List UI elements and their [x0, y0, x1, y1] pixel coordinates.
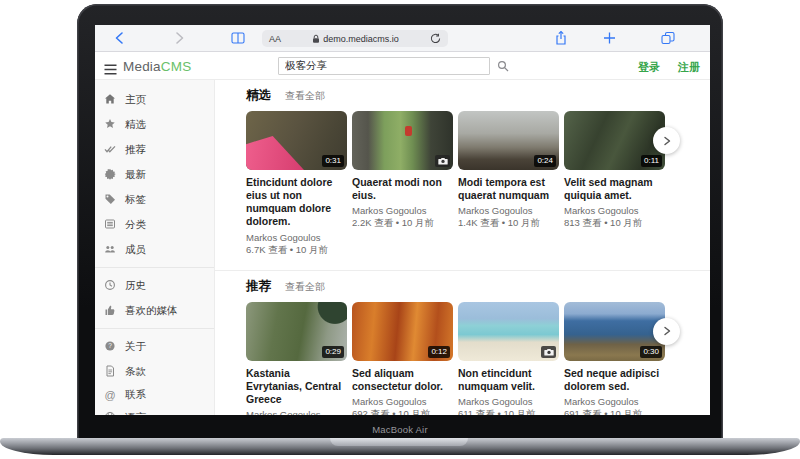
video-title[interactable]: Quaerat modi non eius. — [352, 176, 453, 202]
video-title[interactable]: Kastania Evrytanias, Central Greece — [246, 367, 347, 406]
device-label: MacBook Air — [77, 424, 723, 435]
reader-button[interactable]: AA — [269, 34, 281, 44]
video-author[interactable]: Markos Gogoulos — [246, 232, 347, 243]
video-meta: 611 查看 • 10 月前 — [458, 408, 559, 415]
media-card: 0:24 Modi tempora est quaerat numquam Ma… — [458, 111, 559, 257]
view-all-link[interactable]: 查看全部 — [285, 89, 325, 103]
video-author[interactable]: Markos Gogoulos — [352, 396, 453, 407]
video-title[interactable]: Modi tempora est quaerat numquam — [458, 176, 559, 202]
macbook-lid: AA demo.mediacms.io — [77, 4, 723, 440]
menu-icon[interactable] — [104, 61, 117, 79]
sidebar-item-language[interactable]: 语言 — [95, 405, 214, 415]
help-icon: ? — [104, 338, 116, 356]
video-author[interactable]: Markos Gogoulos — [458, 205, 559, 216]
new-tab-icon[interactable] — [603, 32, 616, 45]
logo[interactable]: MediaCMS — [123, 59, 191, 74]
view-all-link[interactable]: 查看全部 — [285, 280, 325, 294]
svg-text:?: ? — [108, 342, 112, 349]
sidebar-item-history[interactable]: 历史 — [95, 273, 214, 298]
document-icon — [104, 363, 116, 381]
video-meta: 813 查看 • 10 月前 — [564, 217, 665, 230]
at-icon: @ — [104, 389, 116, 401]
logo-cms: CMS — [161, 59, 192, 74]
macbook-base-notch — [330, 438, 468, 446]
duration-badge: 0:24 — [534, 155, 556, 167]
media-card: 0:11 Velit sed magnam quiquia amet. Mark… — [564, 111, 665, 257]
video-author[interactable]: Markos Gogoulos — [246, 409, 347, 415]
register-link[interactable]: 注册 — [678, 60, 700, 75]
media-card: Quaerat modi non eius. Markos Gogoulos 2… — [352, 111, 453, 257]
video-thumbnail[interactable]: 0:11 — [564, 111, 665, 170]
video-author[interactable]: Markos Gogoulos — [458, 396, 559, 407]
search-input[interactable] — [278, 57, 490, 75]
section-title: 精选 — [246, 87, 271, 104]
thumb-up-icon — [104, 302, 116, 320]
video-title[interactable]: Sed aliquam consectetur dolor. — [352, 367, 453, 393]
sidebar-item-members[interactable]: 成员 — [95, 237, 214, 262]
members-icon — [104, 241, 116, 259]
tag-icon — [104, 191, 116, 209]
next-arrow-button[interactable] — [653, 318, 680, 345]
sidebar-item-contact[interactable]: @ 联系 — [95, 384, 214, 405]
sidebar-item-about[interactable]: ? 关于 — [95, 334, 214, 359]
tabs-overview-icon[interactable] — [661, 32, 675, 45]
sidebar-item-latest[interactable]: 最新 — [95, 162, 214, 187]
lock-icon — [312, 30, 320, 48]
reload-icon[interactable] — [430, 30, 441, 48]
sidebar-item-liked-media[interactable]: 喜欢的媒体 — [95, 298, 214, 323]
media-card: 0:30 Sed neque adipisci dolorem sed. Mar… — [564, 302, 665, 416]
sidebar-item-recommended[interactable]: 推荐 — [95, 137, 214, 162]
search-icon[interactable] — [490, 57, 516, 75]
duration-badge: 0:30 — [640, 346, 662, 358]
site-header: MediaCMS 登录 注册 — [95, 52, 710, 80]
next-arrow-button[interactable] — [653, 127, 680, 154]
auth-links: 登录 注册 — [638, 60, 700, 75]
search-bar — [278, 57, 516, 75]
section-recommended: 推荐 查看全部 0:29 Kastania Evrytanias, Centra… — [215, 270, 710, 416]
video-thumbnail[interactable]: 0:29 — [246, 302, 347, 361]
sidebar: 主页 精选 推荐 最新 — [95, 80, 215, 415]
video-author[interactable]: Markos Gogoulos — [564, 396, 665, 407]
video-thumbnail[interactable]: 0:12 — [352, 302, 453, 361]
sidebar-item-home[interactable]: 主页 — [95, 87, 214, 112]
sidebar-item-categories[interactable]: 分类 — [95, 212, 214, 237]
video-title[interactable]: Velit sed magnam quiquia amet. — [564, 176, 665, 202]
video-author[interactable]: Markos Gogoulos — [564, 205, 665, 216]
page-body: 主页 精选 推荐 最新 — [95, 80, 710, 415]
video-meta: 691 查看 • 10 月前 — [564, 408, 665, 415]
sidebar-book-icon[interactable] — [231, 32, 245, 44]
home-icon — [104, 91, 116, 109]
login-link[interactable]: 登录 — [638, 60, 660, 75]
logo-media: Media — [123, 59, 161, 74]
image-thumbnail[interactable] — [458, 302, 559, 361]
sidebar-item-tags[interactable]: 标签 — [95, 187, 214, 212]
thumbnail-art — [246, 136, 304, 170]
address-bar[interactable]: AA demo.mediacms.io — [262, 30, 448, 47]
new-releases-icon — [104, 166, 116, 184]
duration-badge: 0:31 — [322, 155, 344, 167]
duration-badge: 0:11 — [641, 155, 662, 167]
url-text: demo.mediacms.io — [323, 34, 399, 44]
forward-icon[interactable] — [174, 32, 185, 45]
duration-badge: 0:12 — [428, 346, 450, 358]
video-author[interactable]: Markos Gogoulos — [352, 205, 453, 216]
star-icon — [104, 116, 116, 134]
video-meta: 1.4K 查看 • 10 月前 — [458, 217, 559, 230]
video-thumbnail[interactable]: 0:31 — [246, 111, 347, 170]
video-title[interactable]: Etincidunt dolore eius ut non numquam do… — [246, 176, 347, 229]
video-title[interactable]: Non etincidunt numquam velit. — [458, 367, 559, 393]
video-thumbnail[interactable]: 0:24 — [458, 111, 559, 170]
share-icon[interactable] — [555, 31, 567, 46]
camera-icon — [541, 346, 556, 358]
safari-toolbar: AA demo.mediacms.io — [95, 25, 710, 52]
thumbnail-art — [405, 126, 412, 136]
sidebar-item-terms[interactable]: 条款 — [95, 359, 214, 384]
back-icon[interactable] — [114, 32, 125, 45]
video-meta: 2.2K 查看 • 10 月前 — [352, 217, 453, 230]
video-thumbnail[interactable]: 0:30 — [564, 302, 665, 361]
image-thumbnail[interactable] — [352, 111, 453, 170]
camera-icon — [435, 155, 450, 167]
video-title[interactable]: Sed neque adipisci dolorem sed. — [564, 367, 665, 393]
sidebar-divider — [95, 267, 214, 268]
sidebar-item-featured[interactable]: 精选 — [95, 112, 214, 137]
